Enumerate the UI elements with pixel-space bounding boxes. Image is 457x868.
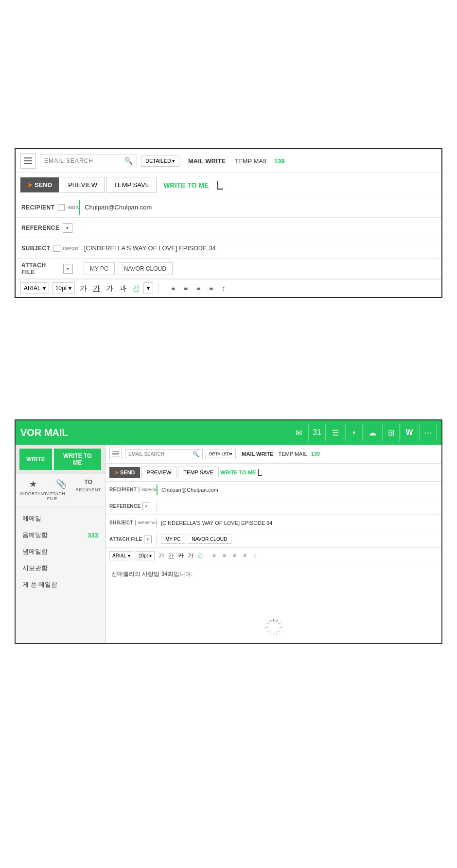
font-style-normal[interactable]: 가 bbox=[78, 283, 89, 294]
cloud-icon[interactable]: ☁ bbox=[364, 424, 381, 441]
inner-align-center[interactable]: ≡ bbox=[219, 551, 229, 560]
inner-editor-area[interactable]: 신데렐라의 사랑법 34화입니다. bbox=[105, 563, 441, 612]
font-style-bold[interactable]: 가 bbox=[104, 283, 115, 294]
inner-font-normal[interactable]: 가 bbox=[157, 551, 166, 560]
quick-action-attach[interactable]: 📎 ATTACH FILE bbox=[47, 479, 76, 501]
inner-subject-row: SUBJECT IMPORTANT bbox=[105, 515, 441, 531]
contacts-icon[interactable]: ▪ bbox=[345, 424, 363, 441]
editor-text: 신데렐라의 사랑법 34화입니다. bbox=[111, 571, 193, 577]
line-height-button[interactable]: ↕ bbox=[218, 282, 229, 294]
align-left-button[interactable]: ≡ bbox=[167, 282, 179, 294]
sidebar-item-chememail[interactable]: 체메일 bbox=[16, 510, 105, 527]
recipient-row: RECIPIENT INDIVIDUAL ? bbox=[16, 197, 441, 218]
inner-attach-dropdown[interactable]: ▾ bbox=[144, 536, 152, 543]
font-size-select[interactable]: 10pt ▾ bbox=[52, 282, 75, 294]
temp-mail-label: TEMP MAIL bbox=[234, 157, 268, 165]
my-pc-button[interactable]: MY PC bbox=[84, 262, 115, 275]
inner-search-input[interactable] bbox=[128, 451, 193, 457]
color-dropdown[interactable]: ▾ bbox=[143, 282, 153, 294]
word-icon[interactable]: W bbox=[401, 424, 418, 441]
inner-align-left[interactable]: ≡ bbox=[209, 551, 219, 560]
inner-write-to-me-button[interactable]: WRITE TO ME bbox=[220, 469, 256, 475]
mail-icon[interactable]: ✉ bbox=[290, 424, 307, 441]
send-button[interactable]: ➤ SEND bbox=[20, 177, 59, 192]
inner-reference-dropdown[interactable]: ▾ bbox=[142, 503, 150, 510]
sidebar-write-button[interactable]: WRITE bbox=[19, 449, 52, 470]
inner-temp-save-button[interactable]: TEMP SAVE bbox=[178, 467, 219, 478]
preview-button[interactable]: PREVIEW bbox=[61, 177, 105, 193]
inner-navor-cloud-button[interactable]: NAVOR CLOUD bbox=[188, 535, 232, 544]
detailed-button[interactable]: DETAILED ▾ bbox=[141, 156, 179, 167]
sidebar-item-written[interactable]: 게 쓴 메일함 bbox=[16, 576, 105, 593]
write-to-me-button[interactable]: WRITE TO ME bbox=[158, 177, 213, 193]
font-style-underline[interactable]: 가 bbox=[91, 283, 102, 294]
inner-font-color[interactable]: 간 bbox=[196, 551, 205, 560]
more-icon[interactable]: ⋯ bbox=[419, 424, 437, 441]
list-icon[interactable]: ☰ bbox=[327, 424, 344, 441]
loading-spinner-container bbox=[105, 612, 441, 643]
inner-reference-input[interactable] bbox=[157, 501, 441, 512]
inner-align-right[interactable]: ≡ bbox=[229, 551, 239, 560]
star-icon: ★ bbox=[29, 479, 37, 489]
temp-save-button[interactable]: TEMP SAVE bbox=[106, 177, 157, 193]
inner-send-button[interactable]: ➤ SEND bbox=[109, 467, 140, 478]
nav-icon-bar: ✉ 31 ☰ ▪ ☁ ⊞ W ⋯ bbox=[290, 424, 437, 441]
temp-mail-count: 139 bbox=[274, 157, 285, 165]
font-style-light[interactable]: 과 bbox=[117, 283, 128, 294]
align-right-button[interactable]: ≡ bbox=[193, 282, 204, 294]
navor-cloud-button[interactable]: NAVOR CLOUD bbox=[118, 262, 173, 275]
inner-font-size-select[interactable]: 10pt ▾ bbox=[136, 551, 155, 560]
grid-icon[interactable]: ⊞ bbox=[382, 424, 400, 441]
dropdown-arrow-icon: ▾ bbox=[172, 158, 175, 164]
content-area: 🔍 DETAILED▾ MAIL WRITE TEMP MAIL 139 ➤ S… bbox=[105, 445, 441, 643]
inner-font-underline[interactable]: 가 bbox=[167, 551, 176, 560]
inner-recipient-input[interactable] bbox=[157, 485, 441, 495]
attach-dropdown[interactable]: ▾ bbox=[63, 264, 73, 274]
inner-detailed-button[interactable]: DETAILED▾ bbox=[206, 450, 236, 458]
attach-icon: 📎 bbox=[56, 479, 67, 489]
text-style-controls: 가 가 가 과 간 ▾ bbox=[78, 282, 153, 294]
nav-header: VOR MAIL ✉ 31 ☰ ▪ ☁ ⊞ W ⋯ bbox=[16, 420, 441, 445]
reference-input[interactable] bbox=[79, 220, 441, 235]
important-checkbox[interactable] bbox=[53, 245, 60, 252]
inner-subject-input[interactable] bbox=[157, 518, 441, 528]
font-select[interactable]: ARIAL ▾ bbox=[20, 282, 49, 294]
sidebar-item-naemmemail[interactable]: 냄메일함 bbox=[16, 543, 105, 560]
loading-spinner bbox=[263, 617, 284, 638]
attach-buttons: MY PC NAVOR CLOUD bbox=[79, 260, 441, 278]
send-label: SEND bbox=[35, 181, 52, 189]
inner-font-strikethrough[interactable]: 가 bbox=[176, 551, 185, 560]
svg-line-2 bbox=[278, 623, 281, 624]
send-arrow-icon: ➤ bbox=[27, 181, 33, 189]
sidebar-item-eummemail[interactable]: 음메일함 333 bbox=[16, 527, 105, 543]
recipient-input[interactable] bbox=[79, 200, 441, 215]
inner-individual-checkbox[interactable] bbox=[139, 487, 140, 492]
font-style-color[interactable]: 간 bbox=[130, 283, 141, 294]
align-justify-button[interactable]: ≡ bbox=[205, 282, 217, 294]
sidebar-item-sibogwan[interactable]: 시보관함 bbox=[16, 560, 105, 576]
subject-label: SUBJECT IMPORTANT bbox=[16, 245, 79, 252]
inner-font-light[interactable]: 가 bbox=[186, 551, 195, 560]
inner-line-height[interactable]: ↕ bbox=[250, 551, 260, 560]
inner-cursor-indicator bbox=[258, 469, 262, 476]
inner-align-justify[interactable]: ≡ bbox=[240, 551, 249, 560]
inner-my-pc-button[interactable]: MY PC bbox=[161, 535, 185, 544]
sidebar-write-to-me-button[interactable]: WRITE TO ME bbox=[54, 449, 101, 470]
inner-important-checkbox[interactable] bbox=[135, 520, 136, 525]
align-center-button[interactable]: ≡ bbox=[180, 282, 192, 294]
inner-search-box: 🔍 bbox=[125, 449, 203, 459]
mail-write-label: MAIL WRITE bbox=[188, 157, 226, 165]
inner-preview-button[interactable]: PREVIEW bbox=[141, 467, 177, 478]
inner-font-select[interactable]: ARIAL ▾ bbox=[109, 551, 133, 560]
subject-input[interactable] bbox=[79, 241, 441, 256]
search-input[interactable] bbox=[44, 157, 123, 164]
quick-action-recipient[interactable]: TO RECIPIENT bbox=[75, 479, 101, 501]
individual-checkbox[interactable] bbox=[58, 204, 65, 211]
calendar-icon[interactable]: 31 bbox=[308, 424, 326, 441]
reference-dropdown[interactable]: ▾ bbox=[63, 223, 72, 233]
inner-compose-form: RECIPIENT INDIVIDUAL ? REFERENCE ▾ bbox=[105, 482, 441, 548]
cursor-indicator bbox=[217, 181, 223, 190]
quick-action-important[interactable]: ★ IMPORTANT bbox=[19, 479, 47, 501]
inner-hamburger-button[interactable] bbox=[109, 448, 122, 460]
hamburger-menu-button[interactable] bbox=[20, 153, 36, 169]
